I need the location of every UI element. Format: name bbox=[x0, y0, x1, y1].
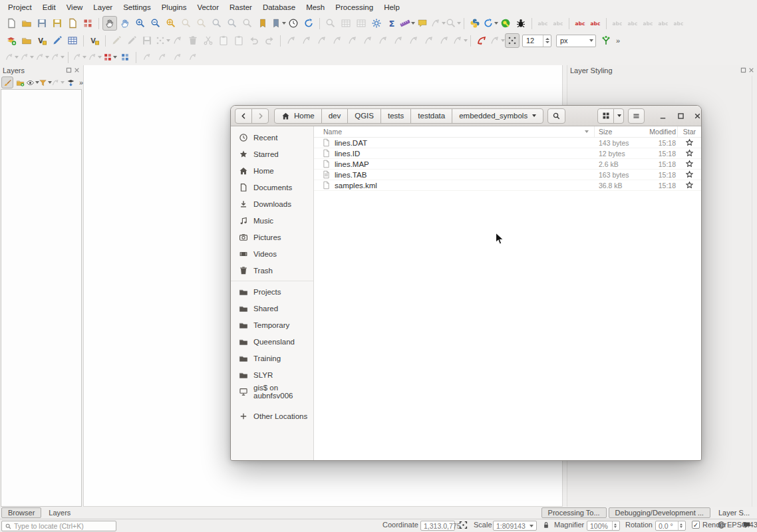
styling-panel-float-button[interactable] bbox=[740, 66, 746, 74]
save-project-as-button[interactable] bbox=[50, 16, 65, 31]
zoom-out-button[interactable] bbox=[148, 16, 163, 31]
zoom-to-selection-button[interactable] bbox=[179, 16, 194, 31]
red-plugin-tool-button[interactable] bbox=[474, 33, 489, 48]
refresh-map-button[interactable] bbox=[301, 16, 316, 31]
symbol-size-spinbox[interactable]: 12 bbox=[522, 35, 551, 47]
offset-curve-button[interactable] bbox=[391, 33, 406, 48]
dock-tab-debugging-development[interactable]: Debugging/Development ... bbox=[609, 507, 710, 518]
pan-map-button[interactable] bbox=[102, 16, 117, 31]
layers-panel-float-button[interactable] bbox=[66, 66, 72, 74]
add-raster-layer-button[interactable] bbox=[19, 33, 34, 48]
breadcrumb-dev[interactable]: dev bbox=[321, 108, 349, 124]
resource-sharing-button[interactable] bbox=[498, 16, 513, 31]
merge-features-button[interactable] bbox=[437, 33, 452, 48]
sidebar-item-trash[interactable]: Trash bbox=[231, 262, 313, 279]
processing-toolbox-button[interactable] bbox=[369, 16, 384, 31]
annotations-button[interactable] bbox=[430, 16, 445, 31]
file-row[interactable]: lines.TAB163 bytes15:18 bbox=[314, 170, 701, 180]
dock-tab-layers[interactable]: Layers bbox=[43, 508, 76, 517]
scale-combobox[interactable]: 1:809143 bbox=[493, 521, 537, 531]
dock-tab-layer-s[interactable]: Layer S... bbox=[712, 508, 756, 517]
circular-string-radius-tool-button[interactable] bbox=[299, 33, 314, 48]
rotation-spinbox[interactable]: 0.0 ° bbox=[655, 521, 686, 531]
redo-button[interactable] bbox=[262, 33, 277, 48]
save-project-button[interactable] bbox=[35, 16, 49, 31]
menu-database[interactable]: Database bbox=[257, 1, 301, 13]
digitize-options-button[interactable] bbox=[155, 33, 170, 48]
zoom-native-button[interactable] bbox=[240, 16, 255, 31]
breadcrumb-testdata[interactable]: testdata bbox=[410, 108, 452, 124]
drawing-tool-4-button[interactable] bbox=[50, 50, 65, 65]
menu-help[interactable]: Help bbox=[378, 1, 405, 13]
sidebar-item-training[interactable]: Training bbox=[231, 350, 313, 366]
menu-layer[interactable]: Layer bbox=[88, 1, 118, 13]
minimize-button[interactable] bbox=[655, 108, 671, 124]
shape-tool-red-button[interactable] bbox=[102, 50, 117, 65]
breadcrumb-home[interactable]: Home bbox=[274, 108, 322, 124]
sidebar-item-slyr[interactable]: SLYR bbox=[231, 366, 313, 383]
fill-ring-button[interactable] bbox=[376, 33, 390, 48]
menu-project[interactable]: Project bbox=[3, 1, 37, 13]
file-row[interactable]: lines.MAP2.6 kB15:18 bbox=[314, 159, 701, 170]
measure-button[interactable] bbox=[400, 16, 414, 31]
extra-tool-4-button[interactable] bbox=[186, 50, 200, 65]
styling-panel-close-button[interactable] bbox=[748, 66, 754, 74]
drawing-tool-1-button[interactable] bbox=[4, 50, 19, 65]
sidebar-item-recent[interactable]: Recent bbox=[231, 129, 313, 146]
column-header-name[interactable]: Name bbox=[314, 126, 595, 137]
move-feature-button[interactable] bbox=[170, 33, 185, 48]
star-button[interactable] bbox=[685, 181, 694, 190]
cut-features-button[interactable] bbox=[201, 33, 216, 48]
sidebar-item-starred[interactable]: Starred bbox=[231, 146, 313, 162]
menu-view[interactable]: View bbox=[61, 1, 88, 13]
add-group-button[interactable] bbox=[14, 76, 26, 88]
dock-tab-processing-to[interactable]: Processing To... bbox=[541, 507, 607, 518]
sidebar-item-music[interactable]: Music bbox=[231, 212, 313, 229]
menu-button[interactable] bbox=[628, 108, 645, 124]
show-spatial-bookmarks-button[interactable] bbox=[271, 16, 285, 31]
highlight-pinned-labels-button[interactable]: abc bbox=[573, 16, 587, 31]
sidebar-item-pictures[interactable]: Pictures bbox=[231, 229, 313, 245]
zoom-in-button[interactable] bbox=[133, 16, 148, 31]
menu-raster[interactable]: Raster bbox=[224, 1, 257, 13]
star-button[interactable] bbox=[685, 138, 694, 147]
delete-selected-button[interactable] bbox=[186, 33, 200, 48]
split-features-button[interactable] bbox=[422, 33, 436, 48]
open-project-button[interactable] bbox=[19, 16, 34, 31]
paste-features-button[interactable] bbox=[231, 33, 246, 48]
star-button[interactable] bbox=[685, 149, 694, 158]
messages-button[interactable] bbox=[742, 521, 751, 529]
toolbar-overflow-button[interactable]: » bbox=[614, 37, 622, 45]
new-project-button[interactable] bbox=[4, 16, 19, 31]
style-manager-button[interactable] bbox=[80, 16, 95, 31]
menu-processing[interactable]: Processing bbox=[330, 1, 378, 13]
back-button[interactable] bbox=[235, 108, 252, 124]
sidebar-item-other-locations[interactable]: Other Locations bbox=[231, 408, 313, 424]
shape-tool-blue-button[interactable] bbox=[118, 50, 132, 65]
extra-tool-2-button[interactable] bbox=[155, 50, 170, 65]
file-row[interactable]: lines.DAT143 bytes15:18 bbox=[314, 138, 701, 148]
trim-extend-button[interactable] bbox=[452, 33, 467, 48]
breadcrumb-tests[interactable]: tests bbox=[380, 108, 411, 124]
locate-bar[interactable] bbox=[1, 521, 116, 531]
sidebar-item-projects[interactable]: Projects bbox=[231, 283, 313, 300]
dock-tab-browser[interactable]: Browser bbox=[1, 507, 41, 518]
menu-vector[interactable]: Vector bbox=[192, 1, 224, 13]
rotate-label-button[interactable]: abc bbox=[656, 16, 671, 31]
current-edits-button[interactable] bbox=[109, 33, 124, 48]
map-tips-button[interactable] bbox=[415, 16, 430, 31]
pan-to-selection-button[interactable] bbox=[118, 16, 132, 31]
zoom-last-button[interactable] bbox=[210, 16, 224, 31]
menu-settings[interactable]: Settings bbox=[118, 1, 156, 13]
breadcrumb-embedded-symbols[interactable]: embedded_symbols bbox=[452, 108, 543, 124]
sidebar-item-videos[interactable]: Videos bbox=[231, 245, 313, 262]
sidebar-item-home[interactable]: Home bbox=[231, 162, 313, 179]
column-header-modified[interactable]: Modified bbox=[650, 126, 677, 137]
copy-features-button[interactable] bbox=[216, 33, 231, 48]
sidebar-item-gis-on-aubnfsv006[interactable]: gis$ on aubnfsv006 bbox=[231, 383, 313, 400]
save-layer-edits-button[interactable] bbox=[140, 33, 154, 48]
statistical-summary-button[interactable]: Σ bbox=[384, 16, 399, 31]
filter-by-expression-button[interactable] bbox=[52, 76, 64, 88]
open-attribute-table-button[interactable] bbox=[339, 16, 353, 31]
temporal-controller-button[interactable] bbox=[286, 16, 301, 31]
